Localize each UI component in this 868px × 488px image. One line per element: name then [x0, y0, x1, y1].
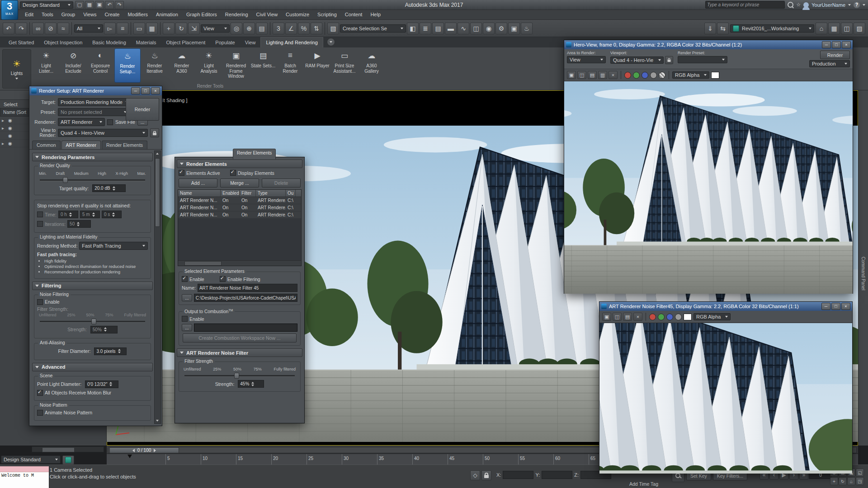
print-size-assistant-button[interactable]: ▭ Print Size Assistant...: [331, 48, 358, 83]
toggle-layer-explorer-icon[interactable]: ▤: [432, 23, 444, 34]
orbit-icon[interactable]: ↻: [839, 477, 847, 485]
select-object-icon[interactable]: ▻: [104, 23, 116, 34]
zoom-region-icon[interactable]: ◱: [856, 469, 864, 477]
exposure-control-button[interactable]: ◐ Exposure Control: [87, 48, 113, 83]
a360-gallery-button[interactable]: ☁ A360 Gallery: [359, 48, 385, 83]
elements-table-scrollbar[interactable]: [178, 260, 301, 266]
menu-item[interactable]: Customize: [282, 10, 313, 19]
import-link-icon[interactable]: ⇓: [704, 23, 716, 34]
expand-icon[interactable]: ▸: [2, 141, 6, 146]
render-quality-slider-handle[interactable]: [63, 177, 68, 183]
add-time-tag[interactable]: Add Time Tag: [629, 481, 658, 487]
schematic-view-icon[interactable]: ◫: [470, 23, 482, 34]
more-tools-icon[interactable]: ▨: [854, 23, 865, 34]
green-channel-icon[interactable]: [658, 314, 665, 320]
clear-icon[interactable]: ×: [609, 71, 618, 79]
render-iterative-button[interactable]: ♨ Render Iterative: [142, 48, 168, 83]
renderer-combo[interactable]: ART Renderer: [58, 118, 105, 126]
x-coordinate-field[interactable]: [503, 471, 533, 479]
search-icon[interactable]: [788, 2, 793, 8]
area-to-render-combo[interactable]: View: [567, 56, 606, 63]
menu-item[interactable]: Create: [100, 10, 123, 19]
time-marker[interactable]: [127, 455, 132, 458]
save-image-icon[interactable]: ▣: [567, 71, 576, 79]
ribbon-tab[interactable]: Populate: [210, 38, 240, 47]
select-and-rotate-icon[interactable]: ↻: [175, 23, 187, 34]
menu-item[interactable]: Tools: [38, 10, 57, 19]
preset-combo[interactable]: No preset selected: [58, 108, 129, 116]
ribbon-tab[interactable]: Get Started: [4, 38, 39, 47]
ribbon-config-icon[interactable]: [327, 38, 335, 46]
light-lister-button[interactable]: ☀ Light Lister...: [33, 48, 59, 83]
rendering-method-combo[interactable]: Fast Path Tracing: [79, 242, 148, 250]
select-and-link-icon[interactable]: ∞: [32, 23, 44, 34]
rendered-frame-window-button[interactable]: ▣ Rendered Frame Window: [223, 48, 249, 83]
ram-player-button[interactable]: ▶ RAM Player: [304, 48, 330, 83]
merge-element-button[interactable]: Merge ...: [220, 178, 259, 188]
filter-strength-slider[interactable]: [40, 318, 145, 324]
workspace-icon[interactable]: [62, 455, 74, 465]
lock-viewport-icon[interactable]: [665, 56, 673, 64]
render-setup-tab[interactable]: Common: [32, 141, 61, 149]
keyboard-shortcut-override-icon[interactable]: ▤: [256, 23, 268, 34]
max-app-button[interactable]: 3 MAX: [1, 0, 18, 20]
target-quality-spinner[interactable]: 20.0 dB: [92, 184, 126, 192]
hero-window-titlebar[interactable]: Hero-View, frame 0, Display Gamma: 2.2, …: [564, 40, 853, 49]
time-seconds-spinner[interactable]: 0 s: [102, 211, 122, 218]
elements-table[interactable]: Name Enabled Filter Type Ou ART Renderer…: [178, 189, 302, 266]
next-frame-arrow-icon[interactable]: [154, 449, 156, 452]
lights-button[interactable]: ☀ Lights: [2, 49, 31, 89]
element-row[interactable]: ART Renderer N... On On ART Rendere... C…: [178, 204, 301, 211]
close-icon[interactable]: ×: [841, 303, 850, 310]
favorites-icon[interactable]: ☆: [796, 2, 801, 8]
background-color-swatch[interactable]: [711, 72, 719, 79]
render-setup-scrollbar[interactable]: [154, 150, 161, 424]
maximize-icon[interactable]: □: [141, 87, 150, 94]
batch-render-button[interactable]: ≡ Batch Render: [277, 48, 303, 83]
select-by-name-icon[interactable]: ≡: [117, 23, 128, 34]
noise-filtering-enable-checkbox[interactable]: [37, 299, 43, 305]
green-channel-icon[interactable]: [633, 72, 640, 79]
view-to-render-combo[interactable]: Quad 4 - Hero-View: [58, 129, 148, 137]
filter-strength-slider-handle[interactable]: [91, 319, 96, 324]
render-elements-tab[interactable]: Render Elements: [233, 149, 276, 159]
expand-icon[interactable]: ▸: [2, 126, 6, 131]
menu-item[interactable]: Help: [366, 10, 385, 19]
rectangular-selection-region-icon[interactable]: ▭: [133, 23, 145, 34]
motion-blur-checkbox[interactable]: [37, 390, 43, 396]
noise-window-titlebar[interactable]: ART Renderer Noise Filter45, Display Gam…: [599, 302, 852, 311]
pan-view-icon[interactable]: +: [830, 477, 838, 485]
open-file-icon[interactable]: ▦: [85, 1, 94, 9]
time-slider-handle[interactable]: 0 / 100: [109, 447, 179, 453]
visibility-icon[interactable]: ◉: [8, 126, 12, 131]
visibility-icon[interactable]: ◉: [8, 118, 12, 123]
workspace-combo[interactable]: Design Standard: [20, 1, 73, 9]
noise-filter-strength-handle[interactable]: [234, 373, 239, 379]
animate-noise-checkbox[interactable]: [37, 410, 43, 416]
noise-filter-strength-slider[interactable]: [184, 372, 295, 379]
render-elements-rollout[interactable]: Render Elements: [177, 160, 302, 168]
render-production-icon[interactable]: ♨: [521, 23, 533, 34]
element-enable-checkbox[interactable]: [182, 276, 188, 282]
maximize-icon[interactable]: □: [832, 41, 841, 48]
selection-filter-combo[interactable]: All: [74, 24, 103, 33]
delete-element-button[interactable]: Delete: [262, 178, 301, 188]
save-file-checkbox[interactable]: [107, 119, 113, 125]
light-analysis-button[interactable]: ☀ Light Analysis: [196, 48, 222, 83]
include-exclude-button[interactable]: ⊘ Include/ Exclude: [60, 48, 86, 83]
ribbon-tab[interactable]: Materials: [131, 38, 161, 47]
maximize-viewport-toggle-icon[interactable]: ◳: [856, 477, 864, 485]
minimize-icon[interactable]: ─: [131, 87, 140, 94]
select-and-scale-icon[interactable]: ⇲: [188, 23, 200, 34]
visibility-icon[interactable]: ◉: [8, 141, 12, 146]
alpha-channel-icon[interactable]: [659, 72, 665, 79]
unlink-selection-icon[interactable]: ⊘: [45, 23, 57, 34]
minimize-icon[interactable]: ─: [821, 303, 830, 310]
username[interactable]: YourUserName: [811, 2, 845, 8]
monochrome-channel-icon[interactable]: [675, 314, 682, 320]
menu-item[interactable]: Graph Editors: [182, 10, 221, 19]
listener-line[interactable]: Welcome to M: [0, 472, 49, 488]
element-name-field[interactable]: [198, 284, 297, 292]
previous-frame-arrow-icon[interactable]: [132, 449, 135, 452]
time-hours-spinner[interactable]: 0 h: [58, 211, 78, 218]
